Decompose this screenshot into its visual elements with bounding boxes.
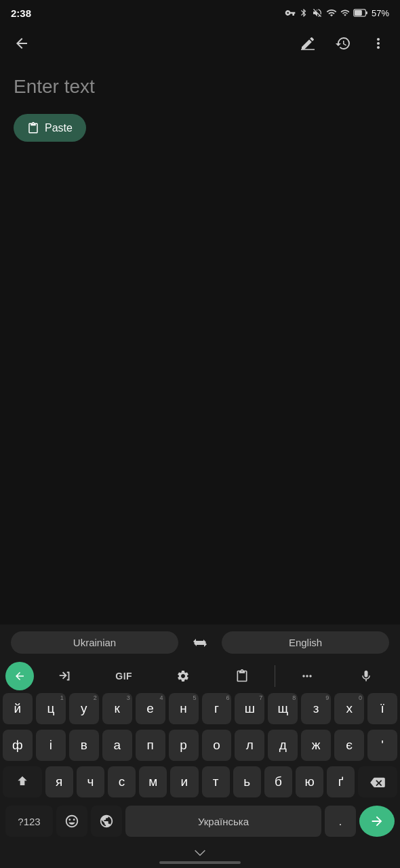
english-lang-button[interactable]: English xyxy=(222,631,389,654)
key-char: з xyxy=(313,701,319,716)
paste-button[interactable]: Paste xyxy=(14,114,86,142)
keyboard-hide-chevron[interactable] xyxy=(194,845,206,861)
back-button[interactable] xyxy=(11,33,33,54)
status-bar: 2:38 57% xyxy=(0,0,400,24)
key-char: р xyxy=(180,738,187,753)
gif-button[interactable]: GIF xyxy=(96,665,152,687)
keyboard-back-button[interactable] xyxy=(5,662,34,690)
key-ґ[interactable]: ґ xyxy=(327,766,355,797)
key-char: щ xyxy=(277,701,288,716)
key-и[interactable]: и xyxy=(170,766,198,797)
key-я[interactable]: я xyxy=(45,766,73,797)
top-toolbar xyxy=(0,24,400,62)
space-key[interactable]: Українська xyxy=(125,806,321,837)
svg-rect-2 xyxy=(366,12,367,14)
key-ї[interactable]: ї xyxy=(367,693,397,724)
key-char: ц xyxy=(47,701,54,716)
paste-label: Paste xyxy=(45,122,73,134)
backspace-key[interactable] xyxy=(358,766,397,797)
key-char: н xyxy=(180,701,187,716)
key-char: л xyxy=(246,738,254,753)
settings-button[interactable] xyxy=(155,664,211,688)
lang-swap-button[interactable] xyxy=(186,633,214,652)
key-apostrophe[interactable]: ' xyxy=(367,730,397,761)
key-num: 7 xyxy=(259,694,262,701)
key-ь[interactable]: ь xyxy=(233,766,261,797)
svg-rect-1 xyxy=(355,10,362,16)
key-num: 1 xyxy=(60,694,64,701)
history-button[interactable] xyxy=(332,33,354,54)
key-п[interactable]: п xyxy=(136,730,165,761)
battery-icon xyxy=(353,8,368,18)
key-char: у xyxy=(81,701,87,716)
bluetooth-icon xyxy=(299,7,308,18)
keyboard-bottom-row: ?123 Українська . xyxy=(0,803,400,842)
more-button[interactable] xyxy=(367,33,389,54)
key-char: ґ xyxy=(338,774,344,789)
key-х[interactable]: х0 xyxy=(334,693,364,724)
vpn-key-icon xyxy=(285,7,296,18)
toolbar-divider xyxy=(275,665,275,687)
edit-icon-button[interactable] xyxy=(297,33,319,54)
key-к[interactable]: к3 xyxy=(102,693,132,724)
key-г[interactable]: г6 xyxy=(202,693,232,724)
key-ц[interactable]: ц1 xyxy=(36,693,66,724)
key-а[interactable]: а xyxy=(102,730,132,761)
key-щ[interactable]: щ8 xyxy=(268,693,298,724)
key-ф[interactable]: ф xyxy=(3,730,33,761)
key-char: ш xyxy=(245,701,255,716)
nav-bar xyxy=(0,842,400,868)
num-pad-button[interactable]: ?123 xyxy=(5,806,53,837)
num-pad-label: ?123 xyxy=(18,816,40,827)
toolbar-right xyxy=(297,33,389,54)
key-т[interactable]: т xyxy=(202,766,230,797)
key-char: ф xyxy=(12,738,23,753)
key-ю[interactable]: ю xyxy=(296,766,323,797)
key-char: ч xyxy=(87,774,94,789)
key-у[interactable]: у2 xyxy=(69,693,99,724)
key-char: а xyxy=(113,738,121,753)
status-icons: 57% xyxy=(285,7,389,18)
clipboard-icon xyxy=(27,121,39,135)
key-й[interactable]: й xyxy=(3,693,33,724)
shift-key[interactable] xyxy=(3,766,42,797)
key-з[interactable]: з9 xyxy=(301,693,331,724)
more-tools-button[interactable] xyxy=(279,664,336,688)
keys-section: й ц1 у2 к3 е4 н5 г6 ш7 щ8 з9 х0 ї ф і в … xyxy=(0,693,400,797)
key-є[interactable]: є xyxy=(334,730,364,761)
clipboard-toolbar-button[interactable] xyxy=(214,664,271,688)
key-о[interactable]: о xyxy=(202,730,232,761)
wifi-icon xyxy=(326,7,337,18)
key-ж[interactable]: ж xyxy=(301,730,331,761)
key-е[interactable]: е4 xyxy=(136,693,165,724)
cursor-move-button[interactable] xyxy=(37,663,93,689)
key-м[interactable]: м xyxy=(139,766,167,797)
key-д[interactable]: д xyxy=(268,730,298,761)
key-в[interactable]: в xyxy=(69,730,99,761)
globe-button[interactable] xyxy=(91,806,122,837)
key-num: 4 xyxy=(160,694,163,701)
emoji-button[interactable] xyxy=(56,806,87,837)
space-label: Українська xyxy=(198,816,249,827)
period-key[interactable]: . xyxy=(325,806,356,837)
key-л[interactable]: л xyxy=(235,730,264,761)
key-char: я xyxy=(56,774,62,789)
key-ч[interactable]: ч xyxy=(77,766,104,797)
key-н[interactable]: н5 xyxy=(169,693,199,724)
language-switcher-row: Ukrainian English xyxy=(0,625,400,659)
key-с[interactable]: с xyxy=(108,766,136,797)
key-char: д xyxy=(279,738,287,753)
key-char: м xyxy=(148,774,157,789)
gif-label: GIF xyxy=(115,671,132,682)
key-ш[interactable]: ш7 xyxy=(235,693,264,724)
key-char: ' xyxy=(381,738,384,753)
battery-percent: 57% xyxy=(372,8,389,18)
enter-key[interactable] xyxy=(359,806,395,837)
text-area[interactable]: Enter text Paste xyxy=(0,62,400,198)
keyboard-toolbar: GIF xyxy=(0,659,400,693)
key-і[interactable]: і xyxy=(36,730,66,761)
key-р[interactable]: р xyxy=(169,730,199,761)
mic-button[interactable] xyxy=(338,664,395,688)
ukrainian-lang-button[interactable]: Ukrainian xyxy=(11,631,178,654)
key-б[interactable]: б xyxy=(264,766,292,797)
